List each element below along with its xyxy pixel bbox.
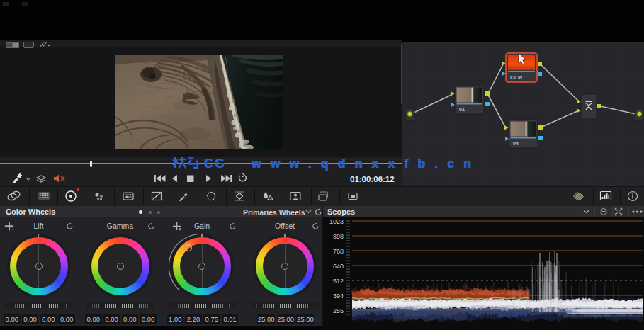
svg-text:512: 512: [333, 278, 344, 285]
svg-text:640: 640: [333, 263, 344, 270]
svg-text:255: 255: [333, 307, 344, 314]
svg-text:04: 04: [513, 141, 519, 146]
svg-text:01: 01: [459, 107, 465, 112]
svg-text:768: 768: [333, 248, 344, 255]
svg-text:898: 898: [333, 233, 344, 240]
svg-text:C2 id: C2 id: [510, 75, 522, 80]
svg-text:1023: 1023: [329, 218, 344, 225]
svg-text:394: 394: [333, 292, 344, 300]
